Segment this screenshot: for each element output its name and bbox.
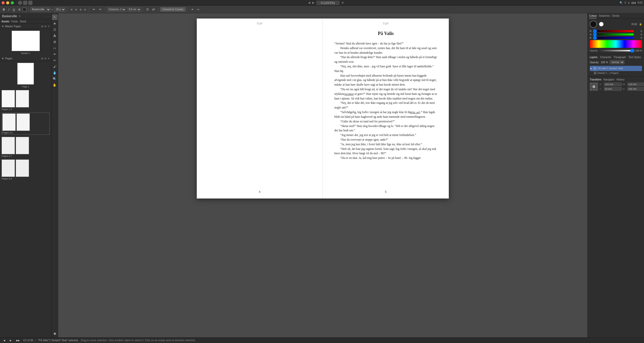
- italic-button[interactable]: I: [7, 7, 11, 12]
- tab-text-styles[interactable]: Text Styles: [629, 56, 641, 59]
- minimize-button[interactable]: [6, 1, 9, 4]
- pen-tool[interactable]: ✒: [52, 51, 58, 57]
- layer-item-selected[interactable]: ▶ T På Valis^1 Seriøst? Skal: [590, 66, 642, 71]
- separator-3: [89, 7, 89, 12]
- zoom-tool[interactable]: 🔍: [52, 76, 58, 82]
- pages-view-button[interactable]: ⊞: [41, 57, 43, 60]
- text-flow-button[interactable]: ⇥: [190, 7, 194, 12]
- anchor-br[interactable]: [595, 88, 598, 91]
- align-justify-button[interactable]: ≡: [83, 7, 87, 12]
- font-dropdown-arrow[interactable]: ▼: [19, 15, 21, 17]
- tab-character[interactable]: Character: [600, 56, 611, 59]
- background-color-circle[interactable]: [599, 22, 604, 26]
- node-tool[interactable]: ◈: [52, 21, 58, 26]
- layer-item-label: På Valis^1 Seriøst? Skal: [598, 67, 641, 70]
- convert-to-curves-button[interactable]: Convert to Curves: [160, 7, 186, 12]
- crop-tool[interactable]: ⊡: [52, 27, 58, 32]
- master-pages-expand-icon[interactable]: ▼: [2, 25, 4, 28]
- superscript-button[interactable]: A²: [151, 7, 156, 12]
- eyedropper-tool[interactable]: 💧: [52, 70, 58, 76]
- bold-button[interactable]: B: [2, 7, 6, 12]
- align-right-button[interactable]: ≡: [78, 7, 83, 12]
- align-center-button[interactable]: ≡: [74, 7, 78, 12]
- master-delete-button[interactable]: ✕: [48, 25, 50, 28]
- bullets-button[interactable]: ≔: [91, 7, 96, 12]
- blue-slider[interactable]: [593, 37, 634, 39]
- tab-layers[interactable]: Layers: [590, 56, 597, 59]
- align-left-button[interactable]: ≡: [69, 7, 74, 12]
- pages-delete-button[interactable]: ✕: [48, 57, 50, 60]
- tab-history[interactable]: History: [616, 78, 624, 81]
- columns-select[interactable]: Columns: 1: [107, 7, 126, 12]
- color-tool[interactable]: ◉: [52, 331, 58, 336]
- tab-paragraph[interactable]: Paragraph: [614, 56, 626, 59]
- view-icon[interactable]: ⊕: [342, 1, 344, 4]
- prev-page-button[interactable]: ◀: [2, 339, 6, 342]
- color-spectrum[interactable]: [590, 40, 642, 48]
- tab-stroke[interactable]: Stroke: [612, 14, 620, 18]
- master-settings-button[interactable]: ⚙: [44, 25, 47, 28]
- maximize-button[interactable]: [11, 1, 14, 4]
- font-size-select[interactable]: 16 pt: [54, 7, 66, 12]
- search-icon[interactable]: 🔍: [620, 1, 623, 4]
- next-page-button[interactable]: ▶▶: [15, 339, 21, 342]
- master-add-button[interactable]: ⊞: [41, 25, 43, 28]
- anchor-tl[interactable]: [590, 83, 592, 85]
- shape-tool[interactable]: ▭: [52, 45, 58, 51]
- sidebar-settings-icon[interactable]: ⋯: [47, 15, 49, 18]
- tab-navigator[interactable]: Navigator: [603, 78, 614, 81]
- close-button[interactable]: [2, 1, 5, 4]
- green-slider[interactable]: [593, 33, 634, 35]
- anchor-bc[interactable]: [593, 88, 595, 91]
- opacity-slider[interactable]: [599, 50, 634, 51]
- pages-add-button[interactable]: ⚙: [44, 57, 47, 60]
- anchor-mr[interactable]: [595, 85, 598, 88]
- tab-transform[interactable]: Transform: [590, 78, 601, 81]
- font-family-select[interactable]: Baskerville: [30, 7, 51, 12]
- tab-assets[interactable]: Assets: [2, 20, 9, 23]
- nav-back-icon[interactable]: ◀: [308, 1, 310, 4]
- pencil-tool[interactable]: ✏: [52, 58, 58, 63]
- tab-colour[interactable]: Colour: [589, 14, 597, 18]
- select-tool[interactable]: ↖: [52, 14, 58, 20]
- anchor-ml[interactable]: [590, 85, 592, 88]
- color-mode-lock[interactable]: 🔒: [639, 23, 642, 25]
- color-swatch[interactable]: [23, 8, 26, 11]
- anchor-bl[interactable]: [590, 88, 592, 91]
- anchor-mc[interactable]: [593, 85, 595, 88]
- pages-89-thumb[interactable]: Pages 8,9: [2, 159, 50, 180]
- frame-button[interactable]: ▭: [195, 7, 201, 12]
- y-input[interactable]: 25 mm: [604, 87, 622, 91]
- numbered-button[interactable]: ≔: [97, 7, 103, 12]
- x-input[interactable]: 163 mm: [604, 83, 622, 86]
- frame-text-tool[interactable]: ⊞: [52, 39, 58, 45]
- canvas-area[interactable]: TOP 4 TOP På Valis “Seriøst? Skal du all…: [58, 13, 587, 337]
- underline-button[interactable]: U: [12, 7, 16, 12]
- strikethrough-button[interactable]: S: [17, 7, 22, 12]
- pages-23-thumb[interactable]: Pages 2,3: [2, 90, 50, 111]
- master-a-thumb[interactable]: Master A: [12, 31, 40, 55]
- tab-stock[interactable]: Stock: [20, 20, 26, 23]
- foreground-color-circle[interactable]: [590, 21, 597, 28]
- anchor-tc[interactable]: [593, 83, 595, 85]
- red-slider[interactable]: [593, 30, 634, 32]
- blend-mode-select[interactable]: Normal: [610, 60, 624, 64]
- page-1-thumb[interactable]: Page 1: [2, 63, 50, 88]
- pages-67-thumb[interactable]: Pages 6,7: [2, 137, 50, 157]
- tab-fonts[interactable]: Fonts: [11, 20, 18, 23]
- hand-tool[interactable]: ✋: [52, 82, 58, 88]
- play-button[interactable]: ▶: [8, 339, 13, 342]
- baseline-button[interactable]: ⊡: [145, 7, 150, 12]
- tab-swatches[interactable]: Swatches: [599, 14, 610, 18]
- zoom-display: 0 (129.5%): [316, 1, 339, 5]
- text-tool[interactable]: A: [52, 33, 58, 39]
- anchor-tr[interactable]: [595, 83, 598, 85]
- pages-expand-icon[interactable]: ▼: [2, 57, 4, 60]
- paint-tool[interactable]: 🖌: [52, 64, 58, 69]
- col-width-select[interactable]: 8.5 mm: [127, 7, 141, 12]
- w-input[interactable]: 118 mm: [627, 83, 644, 86]
- nav-forward-icon[interactable]: ▶: [312, 1, 314, 4]
- share-icon[interactable]: ⬆: [624, 1, 626, 4]
- pages-45-thumb[interactable]: Pages 4,5: [2, 113, 50, 135]
- h-input[interactable]: 165 mm: [627, 87, 644, 91]
